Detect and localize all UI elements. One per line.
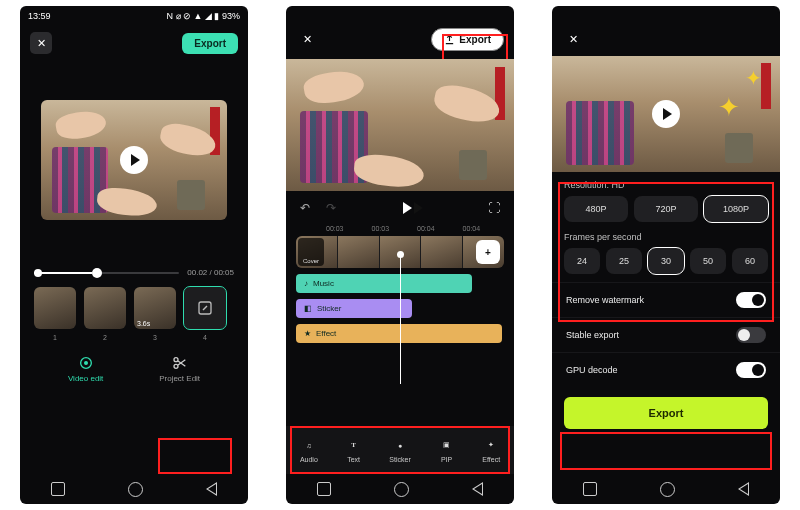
- toggle-remove-watermark[interactable]: Remove watermark: [552, 282, 780, 317]
- play-button[interactable]: [401, 197, 423, 219]
- track-music[interactable]: ♪Music: [296, 274, 472, 293]
- cover-frame[interactable]: Cover: [298, 238, 324, 266]
- undo-icon[interactable]: ↶: [300, 201, 310, 215]
- upload-icon: [444, 34, 455, 45]
- close-button[interactable]: ✕: [562, 28, 584, 50]
- toggle-gpu-decode[interactable]: GPU decode: [552, 352, 780, 387]
- clip-thumb[interactable]: 2: [84, 287, 126, 329]
- clip-thumb[interactable]: 1: [34, 287, 76, 329]
- export-button[interactable]: Export: [431, 28, 504, 51]
- export-button[interactable]: Export: [182, 33, 238, 54]
- screen-export-settings: ✕ ✦ ✦ Resolution: HD 480P 720P 1080P Fra…: [552, 6, 780, 504]
- tab-project-edit[interactable]: Project Edit: [159, 355, 200, 383]
- video-preview[interactable]: [41, 100, 227, 220]
- music-icon: ♪: [304, 279, 308, 288]
- nav-back[interactable]: [206, 482, 217, 496]
- track-sticker[interactable]: ◧Sticker: [296, 299, 412, 318]
- switch[interactable]: [736, 292, 766, 308]
- video-preview[interactable]: [286, 59, 514, 191]
- progress-slider[interactable]: 00.02 / 00:05: [20, 268, 248, 277]
- clip-thumbnails: 1 2 3.6s 3 4: [20, 277, 248, 333]
- close-button[interactable]: ✕: [30, 32, 52, 54]
- timeline-ruler: 00:03 00:03 00:04 00:04: [286, 225, 514, 232]
- status-time: 13:59: [28, 11, 51, 21]
- clip-thumb-edit[interactable]: 4: [184, 287, 226, 329]
- status-bar: 13:59 N ⌀ ⊘ ▲ ◢ ▮ 93%: [20, 6, 248, 26]
- switch[interactable]: [736, 362, 766, 378]
- slider-time: 00.02 / 00:05: [187, 268, 234, 277]
- add-clip-button[interactable]: +: [476, 240, 500, 264]
- tool-pip[interactable]: ▣PIP: [439, 437, 455, 463]
- resolution-chip[interactable]: 480P: [564, 196, 628, 222]
- sticker-tool-icon: ●: [392, 437, 408, 453]
- resolution-chip[interactable]: 1080P: [704, 196, 768, 222]
- tool-text[interactable]: TText: [346, 437, 362, 463]
- export-button[interactable]: Export: [564, 397, 768, 429]
- tool-effect[interactable]: ✦Effect: [482, 437, 500, 463]
- effect-tool-icon: ✦: [483, 437, 499, 453]
- redo-icon[interactable]: ↷: [326, 201, 336, 215]
- switch[interactable]: [736, 327, 766, 343]
- tool-sticker[interactable]: ●Sticker: [389, 437, 410, 463]
- audio-icon: ♫: [301, 437, 317, 453]
- nav-home[interactable]: [394, 482, 409, 497]
- svg-point-4: [174, 364, 178, 368]
- nav-home[interactable]: [660, 482, 675, 497]
- fps-options: 24 25 30 50 60: [564, 248, 768, 274]
- resolution-title: Resolution: HD: [564, 180, 768, 190]
- nav-back[interactable]: [738, 482, 749, 496]
- edit-icon: [197, 300, 213, 316]
- screen-timeline: ✕ Export ↶ ↷ ⛶ 00:03 00:03: [286, 6, 514, 504]
- effect-icon: ★: [304, 329, 311, 338]
- toggle-stable-export[interactable]: Stable export: [552, 317, 780, 352]
- track-effect[interactable]: ★Effect: [296, 324, 502, 343]
- sparkle-icon: ✦: [718, 92, 740, 123]
- svg-point-3: [174, 358, 178, 362]
- highlight-export-button: [560, 432, 772, 470]
- resolution-chip[interactable]: 720P: [634, 196, 698, 222]
- fps-chip[interactable]: 30: [648, 248, 684, 274]
- android-nav: [552, 474, 780, 504]
- tool-audio[interactable]: ♫Audio: [300, 437, 318, 463]
- nav-recents[interactable]: [583, 482, 597, 496]
- fps-chip[interactable]: 24: [564, 248, 600, 274]
- video-edit-icon: [78, 355, 94, 371]
- nav-recents[interactable]: [51, 482, 65, 496]
- android-nav: [20, 474, 248, 504]
- resolution-options: 480P 720P 1080P: [564, 196, 768, 222]
- status-icons: N ⌀ ⊘ ▲ ◢ ▮ 93%: [167, 11, 240, 21]
- play-icon[interactable]: [652, 100, 680, 128]
- fullscreen-icon[interactable]: ⛶: [488, 201, 500, 215]
- text-icon: T: [346, 437, 362, 453]
- playhead[interactable]: [400, 254, 401, 384]
- fps-chip[interactable]: 25: [606, 248, 642, 274]
- pip-icon: ▣: [439, 437, 455, 453]
- tool-tabs: ♫Audio TText ●Sticker ▣PIP ✦Effect: [286, 426, 514, 474]
- nav-home[interactable]: [128, 482, 143, 497]
- fps-chip[interactable]: 50: [690, 248, 726, 274]
- screen-video-edit: 13:59 N ⌀ ⊘ ▲ ◢ ▮ 93% ✕ Export 00.02 / 0…: [20, 6, 248, 504]
- fps-title: Frames per second: [564, 232, 768, 242]
- android-nav: [286, 474, 514, 504]
- scissors-icon: [172, 355, 188, 371]
- tab-video-edit[interactable]: Video edit: [68, 355, 103, 383]
- svg-point-2: [84, 362, 87, 365]
- highlight-project-edit: [158, 438, 232, 474]
- nav-back[interactable]: [472, 482, 483, 496]
- video-preview[interactable]: ✦ ✦: [552, 56, 780, 172]
- fps-chip[interactable]: 60: [732, 248, 768, 274]
- sticker-icon: ◧: [304, 304, 312, 313]
- clip-thumb[interactable]: 3.6s 3: [134, 287, 176, 329]
- sparkle-icon: ✦: [745, 66, 762, 90]
- close-button[interactable]: ✕: [296, 29, 318, 51]
- play-icon[interactable]: [120, 146, 148, 174]
- nav-recents[interactable]: [317, 482, 331, 496]
